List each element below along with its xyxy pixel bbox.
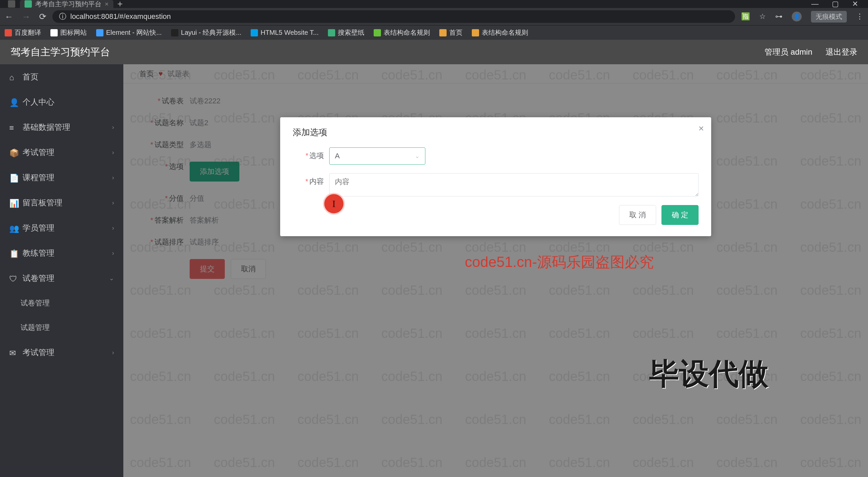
bookmark-label: Layui - 经典开源模... — [181, 28, 241, 37]
chevron-icon: › — [112, 174, 114, 181]
browser-tab-strip: 考考自主学习预约平台 × + — ▢ ✕ — [0, 0, 868, 8]
sidebar-item[interactable]: ✉考试管理› — [0, 340, 123, 365]
app-title: 驾考自主学习预约平台 — [10, 45, 110, 59]
window-close-icon[interactable]: ✕ — [852, 0, 858, 8]
bookmark-item[interactable]: 搜索壁纸 — [328, 28, 364, 37]
bookmark-label: 表结构命名规则 — [482, 28, 528, 37]
bookmark-star-icon[interactable]: ☆ — [759, 12, 766, 21]
content-textarea[interactable] — [329, 173, 699, 197]
profile-avatar-icon[interactable]: 👤 — [792, 11, 802, 22]
watermark-big: 毕设代做 — [649, 354, 769, 394]
bookmark-item[interactable]: Layui - 经典开源模... — [171, 28, 241, 37]
dialog-close-icon[interactable]: × — [699, 123, 704, 134]
url-text: localhost:8081/#/examquestion — [70, 12, 171, 21]
tab-active[interactable]: 考考自主学习预约平台 × — [20, 0, 114, 8]
logout-link[interactable]: 退出登录 — [826, 47, 858, 57]
sidebar: ⌂首页👤个人中心≡基础数据管理›📦考试管理›📄课程管理›📊留言板管理›👥学员管理… — [0, 64, 123, 477]
close-tab-icon[interactable]: × — [105, 0, 109, 8]
nav-forward-icon: → — [22, 11, 31, 22]
bookmark-label: Element - 网站快... — [106, 28, 162, 37]
option-select[interactable]: A ⌄ — [329, 147, 425, 165]
sidebar-icon: ⌂ — [9, 73, 17, 81]
chevron-icon: › — [112, 199, 114, 206]
bookmark-favicon-icon — [5, 29, 12, 36]
sidebar-label: 留言板管理 — [23, 197, 62, 208]
sidebar-item[interactable]: ≡基础数据管理› — [0, 114, 123, 140]
sidebar-item[interactable]: 📦考试管理› — [0, 140, 123, 165]
bookmark-favicon-icon — [439, 29, 446, 36]
chevron-icon: ⌄ — [109, 275, 114, 282]
sidebar-label: 学员管理 — [23, 223, 54, 233]
bookmark-favicon-icon — [328, 29, 335, 36]
translate-icon[interactable]: 🈯 — [741, 12, 750, 21]
site-info-icon[interactable]: ⓘ — [59, 11, 66, 22]
sidebar-icon: ≡ — [9, 123, 17, 131]
bookmark-item[interactable]: 表结构命名规则 — [472, 28, 528, 37]
sidebar-item[interactable]: 📋教练管理› — [0, 240, 123, 266]
sidebar-label: 考试管理 — [23, 147, 54, 158]
bookmark-favicon-icon — [96, 29, 103, 36]
address-bar[interactable]: ⓘ localhost:8081/#/examquestion — [52, 10, 735, 23]
dialog-cancel-button[interactable]: 取 消 — [619, 205, 656, 225]
bookmark-label: 搜索壁纸 — [338, 28, 364, 37]
bookmark-item[interactable]: 百度翻译 — [5, 28, 41, 37]
window-maximize-icon[interactable]: ▢ — [832, 0, 839, 8]
bookmark-item[interactable]: 首页 — [439, 28, 463, 37]
sidebar-icon: 📊 — [9, 199, 17, 207]
sidebar-item[interactable]: 👤个人中心 — [0, 90, 123, 114]
main-content: 首页 ♥ 试题表 试卷表试卷2222试题名称试题2试题类型多选题选项添加选项分值… — [123, 64, 868, 477]
nav-reload-icon[interactable]: ⟳ — [39, 11, 46, 22]
password-key-icon[interactable]: ⊶ — [775, 12, 782, 21]
add-option-dialog: 添加选项 × *选项 A ⌄ *内容 I — [280, 117, 711, 236]
sidebar-icon: 👥 — [9, 224, 17, 232]
sidebar-subitem[interactable]: 试题管理 — [0, 315, 123, 340]
option-label: *选项 — [293, 147, 329, 161]
bookmark-item[interactable]: 图标网站 — [51, 28, 87, 37]
bookmark-favicon-icon — [472, 29, 479, 36]
sidebar-icon: 📋 — [9, 249, 17, 257]
chevron-icon: › — [112, 250, 114, 257]
bookmark-item[interactable]: 表结构命名规则 — [374, 28, 430, 37]
content-label: *内容 — [293, 173, 329, 186]
chevron-icon: › — [112, 349, 114, 356]
sidebar-icon: 📄 — [9, 174, 17, 181]
sidebar-label: 试卷管理 — [23, 273, 54, 283]
bookmark-favicon-icon — [374, 29, 381, 36]
watermark-red: code51.cn-源码乐园盗图必究 — [465, 252, 654, 272]
incognito-badge[interactable]: 无痕模式 — [811, 11, 847, 23]
sidebar-label: 个人中心 — [23, 97, 54, 107]
sidebar-item[interactable]: 📄课程管理› — [0, 165, 123, 190]
browser-menu-icon[interactable]: ⋮ — [856, 12, 863, 21]
sidebar-icon: 📦 — [9, 148, 17, 156]
sidebar-label: 教练管理 — [23, 248, 54, 259]
app-header: 驾考自主学习预约平台 管理员 admin 退出登录 — [0, 40, 868, 64]
option-selected-value: A — [335, 152, 340, 160]
sidebar-item[interactable]: ⌂首页 — [0, 64, 123, 90]
bookmarks-bar: 百度翻译图标网站Element - 网站快...Layui - 经典开源模...… — [0, 25, 868, 40]
bookmark-label: HTML5 Website T... — [260, 29, 319, 36]
bookmark-favicon-icon — [51, 29, 58, 36]
bookmark-item[interactable]: HTML5 Website T... — [251, 29, 319, 36]
chevron-icon: › — [112, 225, 114, 232]
window-minimize-icon[interactable]: — — [811, 0, 818, 8]
new-tab-button[interactable]: + — [114, 0, 127, 9]
bookmark-item[interactable]: Element - 网站快... — [96, 28, 162, 37]
current-user[interactable]: 管理员 admin — [765, 47, 812, 57]
sidebar-item[interactable]: 📊留言板管理› — [0, 190, 123, 215]
nav-back-icon[interactable]: ← — [5, 11, 13, 22]
bookmark-favicon-icon — [171, 29, 178, 36]
bookmark-label: 首页 — [449, 28, 463, 37]
sidebar-subitem[interactable]: 试卷管理 — [0, 291, 123, 315]
sidebar-label: 课程管理 — [23, 172, 54, 183]
tab-title: 考考自主学习预约平台 — [35, 0, 101, 9]
dialog-title: 添加选项 — [293, 127, 699, 138]
sidebar-item[interactable]: 🛡试卷管理⌄ — [0, 266, 123, 291]
bookmark-label: 图标网站 — [60, 28, 87, 37]
sidebar-item[interactable]: 👥学员管理› — [0, 215, 123, 240]
bookmark-favicon-icon — [251, 29, 258, 36]
dialog-confirm-button[interactable]: 确 定 — [661, 205, 699, 225]
chevron-icon: › — [112, 124, 114, 131]
sidebar-icon: ✉ — [9, 348, 17, 356]
bookmark-label: 百度翻译 — [14, 28, 41, 37]
tab-inactive[interactable] — [3, 0, 20, 8]
